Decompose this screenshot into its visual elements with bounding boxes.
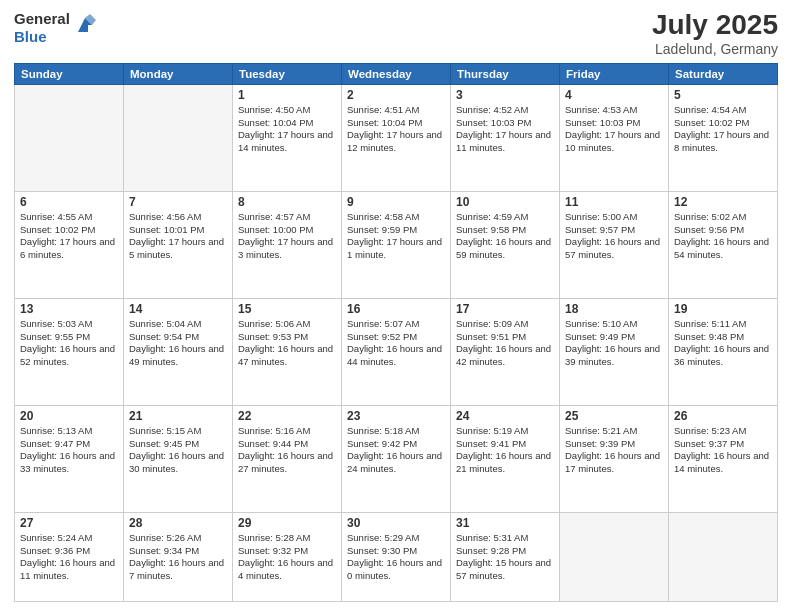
calendar-cell <box>15 84 124 191</box>
header-saturday: Saturday <box>669 63 778 84</box>
calendar-cell: 19Sunrise: 5:11 AM Sunset: 9:48 PM Dayli… <box>669 298 778 405</box>
day-info: Sunrise: 5:10 AM Sunset: 9:49 PM Dayligh… <box>565 318 663 369</box>
calendar-cell: 4Sunrise: 4:53 AM Sunset: 10:03 PM Dayli… <box>560 84 669 191</box>
calendar-cell: 22Sunrise: 5:16 AM Sunset: 9:44 PM Dayli… <box>233 405 342 512</box>
day-number: 5 <box>674 88 772 102</box>
calendar-cell: 7Sunrise: 4:56 AM Sunset: 10:01 PM Dayli… <box>124 191 233 298</box>
header-tuesday: Tuesday <box>233 63 342 84</box>
day-info: Sunrise: 5:18 AM Sunset: 9:42 PM Dayligh… <box>347 425 445 476</box>
day-number: 6 <box>20 195 118 209</box>
day-info: Sunrise: 5:03 AM Sunset: 9:55 PM Dayligh… <box>20 318 118 369</box>
calendar-cell: 14Sunrise: 5:04 AM Sunset: 9:54 PM Dayli… <box>124 298 233 405</box>
calendar-cell: 24Sunrise: 5:19 AM Sunset: 9:41 PM Dayli… <box>451 405 560 512</box>
calendar-cell: 9Sunrise: 4:58 AM Sunset: 9:59 PM Daylig… <box>342 191 451 298</box>
calendar-cell: 29Sunrise: 5:28 AM Sunset: 9:32 PM Dayli… <box>233 512 342 601</box>
day-number: 29 <box>238 516 336 530</box>
day-number: 21 <box>129 409 227 423</box>
day-info: Sunrise: 5:11 AM Sunset: 9:48 PM Dayligh… <box>674 318 772 369</box>
calendar-cell <box>124 84 233 191</box>
day-info: Sunrise: 4:56 AM Sunset: 10:01 PM Daylig… <box>129 211 227 262</box>
calendar-cell: 5Sunrise: 4:54 AM Sunset: 10:02 PM Dayli… <box>669 84 778 191</box>
day-number: 12 <box>674 195 772 209</box>
logo-blue: Blue <box>14 28 70 46</box>
calendar-cell: 26Sunrise: 5:23 AM Sunset: 9:37 PM Dayli… <box>669 405 778 512</box>
day-number: 1 <box>238 88 336 102</box>
logo: General Blue <box>14 10 96 46</box>
day-number: 9 <box>347 195 445 209</box>
header-sunday: Sunday <box>15 63 124 84</box>
calendar-cell: 20Sunrise: 5:13 AM Sunset: 9:47 PM Dayli… <box>15 405 124 512</box>
day-number: 26 <box>674 409 772 423</box>
day-info: Sunrise: 5:07 AM Sunset: 9:52 PM Dayligh… <box>347 318 445 369</box>
day-info: Sunrise: 5:00 AM Sunset: 9:57 PM Dayligh… <box>565 211 663 262</box>
calendar-cell: 2Sunrise: 4:51 AM Sunset: 10:04 PM Dayli… <box>342 84 451 191</box>
day-info: Sunrise: 5:09 AM Sunset: 9:51 PM Dayligh… <box>456 318 554 369</box>
day-number: 17 <box>456 302 554 316</box>
day-info: Sunrise: 5:21 AM Sunset: 9:39 PM Dayligh… <box>565 425 663 476</box>
calendar-cell: 28Sunrise: 5:26 AM Sunset: 9:34 PM Dayli… <box>124 512 233 601</box>
day-info: Sunrise: 5:26 AM Sunset: 9:34 PM Dayligh… <box>129 532 227 583</box>
header: General Blue July 2025 Ladelund, Germany <box>14 10 778 57</box>
day-number: 2 <box>347 88 445 102</box>
day-info: Sunrise: 5:04 AM Sunset: 9:54 PM Dayligh… <box>129 318 227 369</box>
header-friday: Friday <box>560 63 669 84</box>
calendar-cell: 16Sunrise: 5:07 AM Sunset: 9:52 PM Dayli… <box>342 298 451 405</box>
day-number: 25 <box>565 409 663 423</box>
calendar-cell <box>669 512 778 601</box>
calendar-cell: 27Sunrise: 5:24 AM Sunset: 9:36 PM Dayli… <box>15 512 124 601</box>
calendar-cell: 23Sunrise: 5:18 AM Sunset: 9:42 PM Dayli… <box>342 405 451 512</box>
day-number: 18 <box>565 302 663 316</box>
day-number: 23 <box>347 409 445 423</box>
month-year: July 2025 <box>652 10 778 41</box>
logo-icon <box>74 14 96 36</box>
day-number: 4 <box>565 88 663 102</box>
day-number: 7 <box>129 195 227 209</box>
calendar-cell: 15Sunrise: 5:06 AM Sunset: 9:53 PM Dayli… <box>233 298 342 405</box>
day-info: Sunrise: 4:59 AM Sunset: 9:58 PM Dayligh… <box>456 211 554 262</box>
day-info: Sunrise: 5:19 AM Sunset: 9:41 PM Dayligh… <box>456 425 554 476</box>
calendar-cell: 13Sunrise: 5:03 AM Sunset: 9:55 PM Dayli… <box>15 298 124 405</box>
day-info: Sunrise: 4:52 AM Sunset: 10:03 PM Daylig… <box>456 104 554 155</box>
calendar-cell: 12Sunrise: 5:02 AM Sunset: 9:56 PM Dayli… <box>669 191 778 298</box>
calendar-cell: 30Sunrise: 5:29 AM Sunset: 9:30 PM Dayli… <box>342 512 451 601</box>
day-info: Sunrise: 5:06 AM Sunset: 9:53 PM Dayligh… <box>238 318 336 369</box>
logo-general: General <box>14 10 70 28</box>
calendar-cell: 3Sunrise: 4:52 AM Sunset: 10:03 PM Dayli… <box>451 84 560 191</box>
day-info: Sunrise: 5:13 AM Sunset: 9:47 PM Dayligh… <box>20 425 118 476</box>
day-number: 31 <box>456 516 554 530</box>
calendar-cell: 25Sunrise: 5:21 AM Sunset: 9:39 PM Dayli… <box>560 405 669 512</box>
day-info: Sunrise: 5:23 AM Sunset: 9:37 PM Dayligh… <box>674 425 772 476</box>
page: General Blue July 2025 Ladelund, Germany… <box>0 0 792 612</box>
day-number: 19 <box>674 302 772 316</box>
header-wednesday: Wednesday <box>342 63 451 84</box>
day-info: Sunrise: 4:54 AM Sunset: 10:02 PM Daylig… <box>674 104 772 155</box>
day-number: 15 <box>238 302 336 316</box>
calendar-cell: 18Sunrise: 5:10 AM Sunset: 9:49 PM Dayli… <box>560 298 669 405</box>
day-info: Sunrise: 5:28 AM Sunset: 9:32 PM Dayligh… <box>238 532 336 583</box>
calendar-cell: 10Sunrise: 4:59 AM Sunset: 9:58 PM Dayli… <box>451 191 560 298</box>
day-number: 14 <box>129 302 227 316</box>
day-info: Sunrise: 4:53 AM Sunset: 10:03 PM Daylig… <box>565 104 663 155</box>
calendar-cell: 8Sunrise: 4:57 AM Sunset: 10:00 PM Dayli… <box>233 191 342 298</box>
day-number: 30 <box>347 516 445 530</box>
day-info: Sunrise: 5:31 AM Sunset: 9:28 PM Dayligh… <box>456 532 554 583</box>
day-number: 13 <box>20 302 118 316</box>
calendar-cell: 6Sunrise: 4:55 AM Sunset: 10:02 PM Dayli… <box>15 191 124 298</box>
weekday-header-row: Sunday Monday Tuesday Wednesday Thursday… <box>15 63 778 84</box>
day-info: Sunrise: 4:55 AM Sunset: 10:02 PM Daylig… <box>20 211 118 262</box>
header-monday: Monday <box>124 63 233 84</box>
calendar-cell: 17Sunrise: 5:09 AM Sunset: 9:51 PM Dayli… <box>451 298 560 405</box>
calendar-cell: 31Sunrise: 5:31 AM Sunset: 9:28 PM Dayli… <box>451 512 560 601</box>
calendar-cell: 11Sunrise: 5:00 AM Sunset: 9:57 PM Dayli… <box>560 191 669 298</box>
day-info: Sunrise: 5:02 AM Sunset: 9:56 PM Dayligh… <box>674 211 772 262</box>
header-thursday: Thursday <box>451 63 560 84</box>
title-block: July 2025 Ladelund, Germany <box>652 10 778 57</box>
day-info: Sunrise: 5:24 AM Sunset: 9:36 PM Dayligh… <box>20 532 118 583</box>
day-number: 24 <box>456 409 554 423</box>
day-number: 10 <box>456 195 554 209</box>
calendar-cell: 1Sunrise: 4:50 AM Sunset: 10:04 PM Dayli… <box>233 84 342 191</box>
location: Ladelund, Germany <box>652 41 778 57</box>
day-number: 11 <box>565 195 663 209</box>
calendar-cell: 21Sunrise: 5:15 AM Sunset: 9:45 PM Dayli… <box>124 405 233 512</box>
day-info: Sunrise: 5:16 AM Sunset: 9:44 PM Dayligh… <box>238 425 336 476</box>
